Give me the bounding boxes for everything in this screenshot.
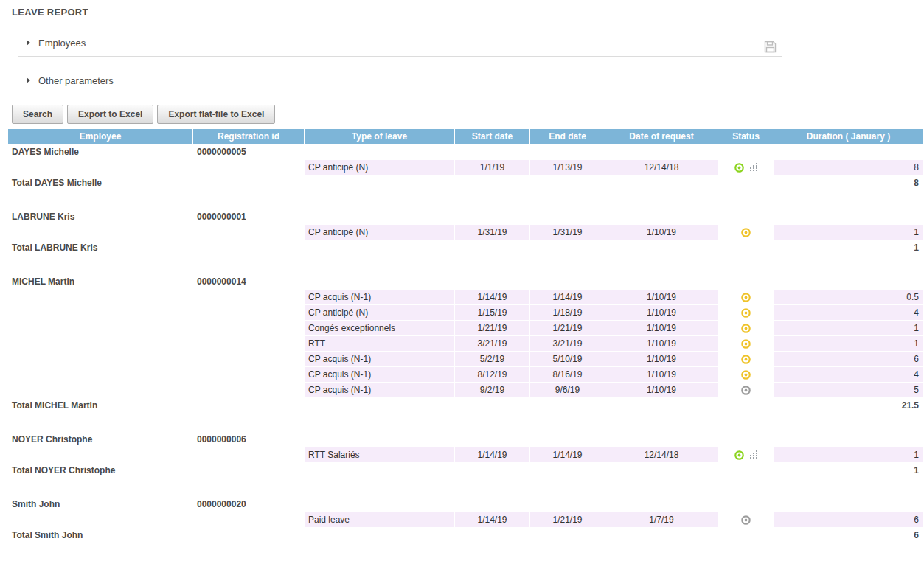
- registration-id-cell: 0000000020: [193, 497, 304, 512]
- status-cell: [718, 290, 774, 304]
- group-total-value: 6: [774, 528, 923, 543]
- group-total-row: Total MICHEL Martin21.5: [8, 398, 923, 413]
- group-total-value: 21.5: [774, 398, 923, 413]
- duration-cell: 1: [774, 336, 923, 351]
- empty-cell: [193, 512, 304, 527]
- search-button[interactable]: Search: [12, 105, 63, 124]
- start-date-cell: 1/21/19: [455, 321, 529, 335]
- duration-cell: 8: [774, 160, 923, 175]
- status-yellow-icon: [740, 369, 751, 380]
- leave-type-cell: CP anticipé (N): [305, 160, 454, 175]
- empty-cell: [8, 305, 192, 320]
- empty-cell: [8, 225, 192, 240]
- group-total-label: Total DAYES Michelle: [8, 175, 774, 190]
- spacer-cell: [8, 478, 923, 496]
- request-date-cell: 1/10/19: [605, 290, 718, 304]
- end-date-cell: 5/10/19: [530, 352, 605, 366]
- save-icon[interactable]: [763, 40, 777, 54]
- end-date-cell: 8/16/19: [530, 367, 605, 382]
- spacer-cell: [8, 414, 923, 431]
- group-spacer: [8, 191, 923, 209]
- leave-type-cell: Congés exceptionnels: [305, 321, 454, 335]
- expand-arrow-icon: [27, 77, 30, 83]
- employee-group-row: NOYER Christophe0000000006: [8, 432, 923, 447]
- start-date-cell: 3/21/19: [455, 336, 529, 351]
- column-header-registration-id: Registration id: [193, 129, 304, 144]
- leave-type-cell: RTT Salariés: [305, 447, 454, 462]
- status-gray-icon: [740, 515, 751, 526]
- empty-cell: [8, 512, 192, 527]
- group-total-value: 1: [774, 240, 923, 255]
- section-employees-label: Employees: [38, 38, 86, 49]
- spacer-cell: [8, 256, 923, 273]
- group-total-value: 8: [774, 175, 923, 190]
- end-date-cell: 1/14/19: [530, 447, 605, 462]
- status-cell: [718, 225, 774, 240]
- end-date-cell: 1/21/19: [530, 321, 605, 335]
- employee-name-cell: MICHEL Martin: [8, 274, 192, 289]
- section-other-parameters-toggle[interactable]: Other parameters: [27, 75, 114, 86]
- end-date-cell: 9/6/19: [530, 383, 605, 397]
- group-total-value: 1: [774, 463, 923, 478]
- start-date-cell: 9/2/19: [455, 383, 529, 397]
- section-employees: Employees: [18, 31, 782, 57]
- status-cell: [718, 305, 774, 320]
- empty-cell: [305, 497, 923, 512]
- empty-cell: [8, 367, 192, 382]
- empty-cell: [193, 290, 304, 304]
- duration-cell: 6: [774, 512, 923, 527]
- section-employees-toggle[interactable]: Employees: [27, 38, 86, 49]
- status-green-icon: [734, 162, 745, 173]
- status-yellow-icon: [740, 338, 751, 349]
- export-flatfile-button[interactable]: Export flat-file to Excel: [157, 105, 275, 124]
- leave-type-cell: CP acquis (N-1): [305, 352, 454, 366]
- status-cell: [718, 383, 774, 397]
- group-total-row: Total Smith John6: [8, 528, 923, 543]
- leave-type-cell: CP acquis (N-1): [305, 383, 454, 397]
- page-title: LEAVE REPORT: [0, 0, 924, 19]
- end-date-cell: 1/31/19: [530, 225, 605, 240]
- status-yellow-icon: [740, 354, 751, 365]
- group-total-row: Total DAYES Michelle8: [8, 175, 923, 190]
- duration-cell: 1: [774, 225, 923, 240]
- start-date-cell: 1/31/19: [455, 225, 529, 240]
- employee-name-cell: Smith John: [8, 497, 192, 512]
- leave-entry-row: RTT Salariés1/14/191/14/1912/14/18 1: [8, 447, 923, 462]
- status-yellow-icon: [740, 227, 751, 238]
- empty-cell: [8, 447, 192, 462]
- status-yellow-icon: [740, 307, 751, 318]
- group-spacer: [8, 543, 923, 561]
- duration-cell: 6: [774, 352, 923, 366]
- start-date-cell: 1/14/19: [455, 512, 529, 527]
- status-cell: [718, 321, 774, 335]
- start-date-cell: 8/12/19: [455, 367, 529, 382]
- employee-name-cell: DAYES Michelle: [8, 144, 192, 159]
- employee-group-row: Smith John0000000020: [8, 497, 923, 512]
- status-cell: [718, 352, 774, 366]
- start-date-cell: 1/14/19: [455, 290, 529, 304]
- empty-cell: [305, 274, 923, 289]
- end-date-cell: 3/21/19: [530, 336, 605, 351]
- leave-entry-row: CP anticipé (N)1/15/191/18/191/10/19 4: [8, 305, 923, 320]
- leave-report-page: LEAVE REPORT Employees Other parameters …: [0, 0, 924, 561]
- employee-group-row: DAYES Michelle0000000005: [8, 144, 923, 159]
- empty-cell: [305, 209, 923, 224]
- duration-cell: 0.5: [774, 290, 923, 304]
- start-date-cell: 1/15/19: [455, 305, 529, 320]
- registration-id-cell: 0000000001: [193, 209, 304, 224]
- empty-cell: [8, 321, 192, 335]
- leave-entry-row: CP anticipé (N)1/31/191/31/191/10/19 1: [8, 225, 923, 240]
- group-total-label: Total Smith John: [8, 528, 774, 543]
- request-date-cell: 1/10/19: [605, 352, 718, 366]
- registration-id-cell: 0000000006: [193, 432, 304, 447]
- export-excel-button[interactable]: Export to Excel: [67, 105, 153, 124]
- column-header-employee: Employee: [8, 129, 192, 144]
- duration-cell: 5: [774, 383, 923, 397]
- start-date-cell: 5/2/19: [455, 352, 529, 366]
- duration-cell: 1: [774, 321, 923, 335]
- leave-entry-row: CP acquis (N-1)5/2/195/10/191/10/19 6: [8, 352, 923, 366]
- section-other-parameters: Other parameters: [18, 69, 782, 94]
- empty-cell: [8, 290, 192, 304]
- table-header-row: EmployeeRegistration idType of leaveStar…: [8, 129, 923, 144]
- status-green-icon: [734, 450, 745, 461]
